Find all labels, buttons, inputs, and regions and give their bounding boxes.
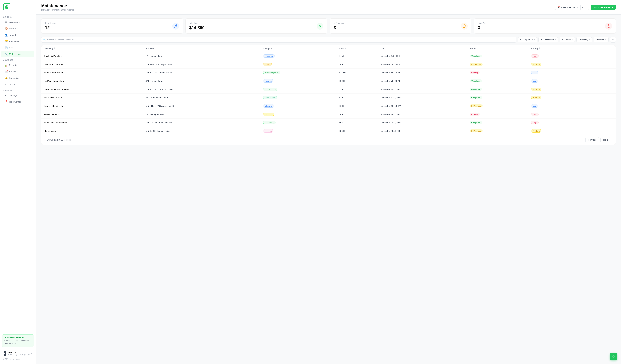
row-action-button[interactable]: ⋮: [584, 87, 589, 91]
settings-icon: ⚙: [5, 94, 8, 97]
sidebar-item-tasks[interactable]: ✓ Tasks: [1, 81, 34, 87]
table-row: SecureHome Systems Unit 507, 789 Rental …: [41, 69, 616, 77]
cost-cell: $2,800: [336, 77, 378, 85]
chevron-down-icon: ▾: [31, 352, 32, 355]
category-cell: Pest Control: [260, 94, 336, 102]
priority-cell: Medium: [529, 60, 581, 69]
sidebar-item-settings[interactable]: ⚙ Settings: [1, 92, 34, 98]
general-section-label: GENERAL: [0, 14, 36, 19]
sidebar-item-analytics[interactable]: 📈 Analytics: [1, 69, 34, 75]
support-section-label: SUPPORT: [0, 87, 36, 92]
row-action-button[interactable]: ⋮: [584, 112, 589, 116]
bills-icon: 📄: [5, 46, 8, 49]
priority-cell: Medium: [529, 94, 581, 102]
stat-info: Total Records 12: [45, 22, 57, 30]
row-action-button[interactable]: ⋮: [584, 95, 589, 100]
user-profile[interactable]: AC Alex Carter alex.carter@houslyinsight…: [1, 349, 34, 358]
prev-button[interactable]: Previous: [585, 137, 599, 142]
cost-cell: $850: [336, 60, 378, 69]
filter-categories[interactable]: All Categories ▾: [538, 37, 558, 42]
sidebar-item-label: Reports: [9, 64, 17, 66]
row-action-button[interactable]: ⋮: [584, 62, 589, 66]
sidebar-item-helpcenter[interactable]: ❓ Help Center: [1, 99, 34, 105]
company-cell: SecureHome Systems: [41, 69, 143, 77]
action-cell: ⋮: [581, 69, 616, 77]
property-cell: 123 Hously Street: [143, 52, 260, 60]
clock-icon: [461, 23, 468, 30]
status-cell: In Progress: [467, 127, 529, 135]
col-status[interactable]: Status⇅: [470, 47, 526, 50]
sidebar-item-reports[interactable]: 📊 Reports: [1, 62, 34, 68]
properties-icon: 🏠: [5, 27, 8, 30]
avatar: AC: [4, 351, 6, 356]
company-cell: SafeGuard Fire Systems: [41, 119, 143, 127]
col-category[interactable]: Category⇅: [263, 47, 334, 50]
row-action-button[interactable]: ⋮: [584, 54, 589, 58]
date-cell: November 1st, 2024: [378, 52, 467, 60]
col-property[interactable]: Property⇅: [145, 47, 258, 50]
priority-cell: Medium: [529, 85, 581, 94]
filter-status[interactable]: All Status ▾: [560, 37, 575, 42]
row-action-button[interactable]: ⋮: [584, 129, 589, 133]
cost-cell: $300: [336, 94, 378, 102]
sidebar-item-properties[interactable]: 🏠 Properties: [1, 26, 34, 32]
add-maintenance-button[interactable]: + Add Maintenance: [591, 5, 616, 10]
date-prev-button[interactable]: ‹: [581, 5, 585, 10]
sidebar-item-budgeting[interactable]: 💰 Budgeting: [1, 75, 34, 81]
row-action-button[interactable]: ⋮: [584, 120, 589, 125]
col-cost[interactable]: Cost⇅: [339, 47, 375, 50]
date-cell: November 20th, 2024: [378, 119, 467, 127]
fab-button[interactable]: [610, 353, 617, 360]
action-cell: ⋮: [581, 60, 616, 69]
cost-cell: $3,500: [336, 127, 378, 135]
sidebar-item-maintenance[interactable]: 🔧 Maintenance: [1, 51, 34, 57]
user-info: Alex Carter alex.carter@houslyinsights.c…: [8, 351, 30, 356]
property-cell: Unit 1204, 456 Insight Court: [143, 60, 260, 69]
cost-cell: $450: [336, 52, 378, 60]
stat-info: High Priority 3: [478, 22, 488, 30]
sidebar-item-label: Settings: [9, 94, 17, 97]
stat-label: Total Cost: [189, 22, 205, 24]
company-cell: AllSafe Pest Control: [41, 94, 143, 102]
header-left: Maintenance Manage your maintenance reco…: [41, 3, 74, 11]
company-cell: PowerUp Electric: [41, 110, 143, 119]
col-priority[interactable]: Priority⇅: [531, 47, 579, 50]
row-action-button[interactable]: ⋮: [584, 71, 589, 75]
property-cell: Unit 101, 555 Landlord Drive: [143, 85, 260, 94]
sidebar-item-payments[interactable]: 💳 Payments: [1, 38, 34, 44]
filter-priority[interactable]: All Priority ▾: [576, 37, 592, 42]
stat-card-total-cost: Total Cost $14,800 $: [186, 18, 327, 34]
user-email: alex.carter@houslyinsights.ca: [8, 354, 30, 356]
row-action-button[interactable]: ⋮: [584, 79, 589, 83]
filter-properties[interactable]: All Properties ▾: [518, 37, 537, 42]
sidebar-item-dashboard[interactable]: ⊞ Dashboard: [1, 19, 34, 25]
chevron-down-icon: ▾: [572, 39, 573, 41]
date-next-button[interactable]: ›: [585, 5, 589, 10]
chevron-down-icon: ▾: [589, 39, 590, 41]
row-action-button[interactable]: ⋮: [584, 104, 589, 108]
dollar-icon: $: [317, 23, 323, 30]
col-date[interactable]: Date⇅: [380, 47, 465, 50]
dashboard-icon: ⊞: [5, 21, 8, 24]
sidebar-item-bills[interactable]: 📄 Bills: [1, 45, 34, 51]
filter-clear-button[interactable]: ✕: [610, 37, 616, 43]
table-row: GreenScape Maintenance Unit 101, 555 Lan…: [41, 85, 616, 94]
filter-cost[interactable]: Any Cost ▾: [594, 37, 609, 42]
status-cell: Completed: [467, 119, 529, 127]
sidebar: GENERAL ⊞ Dashboard 🏠 Properties 👤 Tenan…: [0, 0, 36, 364]
sidebar-item-label: Payments: [9, 40, 19, 43]
table-row: SafeGuard Fire Systems Unit 200, 567 Inn…: [41, 119, 616, 127]
svg-rect-6: [612, 357, 613, 358]
date-cell: November 3rd, 2024: [378, 60, 467, 69]
next-button[interactable]: Next: [600, 137, 610, 142]
page-header: Maintenance Manage your maintenance reco…: [36, 0, 621, 15]
search-input[interactable]: [41, 37, 517, 43]
sidebar-item-tenants[interactable]: 👤 Tenants: [1, 32, 34, 38]
budgeting-icon: 💰: [5, 76, 8, 79]
svg-rect-5: [614, 355, 615, 356]
priority-cell: Low: [529, 77, 581, 85]
col-company[interactable]: Company⇅: [44, 47, 140, 50]
stat-card-total-records: Total Records 12: [41, 18, 183, 34]
action-cell: ⋮: [581, 85, 616, 94]
property-cell: Unit 200, 567 Innovation Hub: [143, 119, 260, 127]
